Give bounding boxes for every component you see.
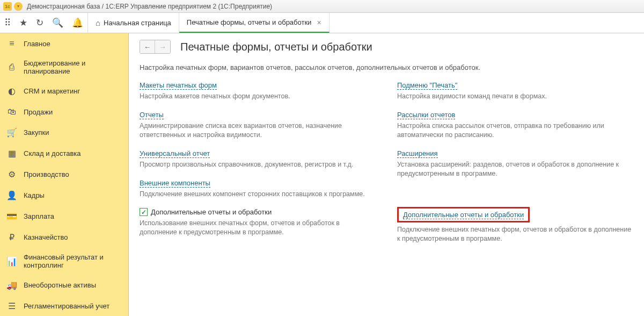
sidebar-item-crm[interactable]: ◐CRM и маркетинг bbox=[0, 81, 128, 102]
star-icon[interactable]: ★ bbox=[19, 17, 27, 28]
desc-mailing: Настройка списка рассылок отчетов, отпра… bbox=[397, 121, 633, 140]
link-extensions[interactable]: Расширения bbox=[397, 149, 438, 158]
app-dropdown-icon[interactable]: ▾ bbox=[14, 2, 23, 11]
sidebar-item-treasury[interactable]: ₽Казначейство bbox=[0, 227, 128, 248]
titlebar: 1c ▾ Демонстрационная база / 1С:ERP Упра… bbox=[0, 0, 644, 13]
sidebar-item-assets[interactable]: 🚚Внеоборотные активы bbox=[0, 275, 128, 296]
back-button[interactable]: ← bbox=[140, 40, 155, 53]
bell-icon[interactable]: 🔔 bbox=[72, 17, 83, 28]
sidebar-item-label: Закупки bbox=[24, 128, 49, 137]
forward-button[interactable]: → bbox=[155, 40, 170, 53]
desc-additional-reports: Подключение внешних печатных форм, отчет… bbox=[397, 225, 633, 243]
sidebar-item-budget[interactable]: ⎙Бюджетирование и планирование bbox=[0, 54, 128, 81]
home-icon: ⌂ bbox=[96, 18, 100, 27]
nav-arrows: ← → bbox=[140, 40, 171, 54]
desc-print-menu: Настройка видимости команд печати в форм… bbox=[397, 92, 633, 101]
sidebar-item-label: Зарплата bbox=[24, 212, 54, 220]
link-external-comp[interactable]: Внешние компоненты bbox=[140, 179, 210, 188]
link-print-menu[interactable]: Подменю "Печать" bbox=[397, 81, 457, 90]
block-mailing: Рассылки отчетов Настройка списка рассыл… bbox=[397, 111, 633, 140]
sidebar-item-label: Главное bbox=[24, 40, 50, 48]
gear-icon: ⚙ bbox=[6, 169, 17, 179]
link-mailing[interactable]: Рассылки отчетов bbox=[397, 111, 455, 119]
card-icon: 💳 bbox=[6, 211, 17, 221]
sidebar-item-label: Финансовый результат и контроллинг bbox=[24, 253, 122, 269]
sidebar-item-accounting[interactable]: ☰Регламентированный учет bbox=[0, 296, 128, 316]
block-extensions: Расширения Установка расширений: раздело… bbox=[397, 149, 633, 178]
search-icon[interactable]: 🔍 bbox=[52, 17, 63, 28]
lines-icon: ☰ bbox=[6, 301, 17, 311]
sidebar-item-label: Производство bbox=[24, 170, 69, 178]
checkbox-checked-icon[interactable]: ✓ bbox=[140, 208, 148, 216]
desc-external-comp: Подключение внешних компонент сторонних … bbox=[140, 190, 376, 199]
cart-icon: 🛒 bbox=[6, 127, 17, 138]
block-checkbox: ✓ Дополнительные отчеты и обработки Испо… bbox=[140, 208, 376, 237]
block-external-comp: Внешние компоненты Подключение внешних к… bbox=[140, 179, 376, 199]
sidebar-item-label: CRM и маркетинг bbox=[24, 87, 80, 95]
close-icon[interactable]: × bbox=[317, 18, 321, 27]
budget-icon: ⎙ bbox=[6, 62, 17, 72]
block-universal: Универсальный отчет Просмотр произвольны… bbox=[140, 149, 376, 169]
chart-icon: 📊 bbox=[6, 256, 17, 267]
sidebar: ≡Главное ⎙Бюджетирование и планирование … bbox=[0, 33, 129, 316]
toolbar-icons: ⠿ ★ ↻ 🔍 🔔 bbox=[0, 13, 88, 33]
sidebar-item-label: Внеоборотные активы bbox=[24, 281, 96, 289]
list-icon: ≡ bbox=[6, 39, 17, 48]
pie-icon: ◐ bbox=[6, 86, 17, 96]
checkbox-label: Дополнительные отчеты и обработки bbox=[151, 208, 272, 216]
link-additional-reports[interactable]: Дополнительные отчеты и обработки bbox=[403, 211, 524, 219]
history-icon[interactable]: ↻ bbox=[36, 17, 43, 28]
highlight-box: Дополнительные отчеты и обработки bbox=[397, 207, 530, 222]
ruble-icon: ₽ bbox=[6, 232, 17, 242]
content-header: ← → Печатные формы, отчеты и обработки bbox=[140, 33, 633, 58]
sidebar-item-production[interactable]: ⚙Производство bbox=[0, 164, 128, 185]
desc-universal: Просмотр произвольных справочников, доку… bbox=[140, 160, 376, 169]
block-reports: Отчеты Администрирование списка всех вар… bbox=[140, 111, 376, 140]
sidebar-item-label: Регламентированный учет bbox=[24, 302, 109, 310]
block-templates: Макеты печатных форм Настройка макетов п… bbox=[140, 81, 376, 101]
tab-home[interactable]: ⌂ Начальная страница bbox=[88, 13, 179, 33]
toolbar: ⠿ ★ ↻ 🔍 🔔 ⌂ Начальная страница Печатные … bbox=[0, 13, 644, 33]
desc-checkbox: Использование внешних печатных форм, отч… bbox=[140, 219, 376, 237]
titlebar-text: Демонстрационная база / 1С:ERP Управлени… bbox=[27, 3, 272, 10]
sidebar-item-label: Казначейство bbox=[24, 233, 68, 241]
link-reports[interactable]: Отчеты bbox=[140, 111, 164, 119]
sidebar-item-finance[interactable]: 📊Финансовый результат и контроллинг bbox=[0, 248, 128, 275]
desc-templates: Настройка макетов печатных форм документ… bbox=[140, 92, 376, 101]
page-subtitle: Настройка печатных форм, вариантов отчет… bbox=[140, 63, 633, 71]
bag-icon: 🛍 bbox=[6, 107, 17, 117]
right-column: Подменю "Печать" Настройка видимости ком… bbox=[397, 81, 633, 253]
sidebar-item-main[interactable]: ≡Главное bbox=[0, 33, 128, 54]
tab-home-label: Начальная страница bbox=[104, 19, 171, 27]
tab-print-forms[interactable]: Печатные формы, отчеты и обработки × bbox=[179, 13, 330, 33]
tabs: ⌂ Начальная страница Печатные формы, отч… bbox=[88, 13, 330, 33]
person-icon: 👤 bbox=[6, 190, 17, 200]
link-universal[interactable]: Универсальный отчет bbox=[140, 149, 210, 158]
sidebar-item-salary[interactable]: 💳Зарплата bbox=[0, 206, 128, 227]
tab-active-label: Печатные формы, отчеты и обработки bbox=[187, 18, 312, 26]
sidebar-item-hr[interactable]: 👤Кадры bbox=[0, 185, 128, 206]
truck-icon: 🚚 bbox=[6, 280, 17, 290]
columns: Макеты печатных форм Настройка макетов п… bbox=[140, 81, 633, 253]
block-highlight: Дополнительные отчеты и обработки Подклю… bbox=[397, 207, 633, 243]
content: ← → Печатные формы, отчеты и обработки Н… bbox=[129, 33, 644, 316]
sidebar-item-label: Склад и доставка bbox=[24, 149, 81, 157]
sidebar-item-sales[interactable]: 🛍Продажи bbox=[0, 102, 128, 122]
menu-grid-icon[interactable]: ⠿ bbox=[4, 17, 11, 28]
grid-icon: ▦ bbox=[6, 148, 17, 159]
block-print-menu: Подменю "Печать" Настройка видимости ком… bbox=[397, 81, 633, 101]
desc-reports: Администрирование списка всех вариантов … bbox=[140, 121, 376, 140]
sidebar-item-label: Бюджетирование и планирование bbox=[24, 59, 122, 75]
link-templates[interactable]: Макеты печатных форм bbox=[140, 81, 217, 90]
page-title: Печатные формы, отчеты и обработки bbox=[180, 41, 372, 53]
desc-extensions: Установка расширений: разделов, отчетов … bbox=[397, 160, 633, 178]
checkbox-row[interactable]: ✓ Дополнительные отчеты и обработки bbox=[140, 208, 376, 216]
left-column: Макеты печатных форм Настройка макетов п… bbox=[140, 81, 376, 253]
sidebar-item-label: Продажи bbox=[24, 108, 53, 116]
sidebar-item-warehouse[interactable]: ▦Склад и доставка bbox=[0, 143, 128, 164]
sidebar-item-label: Кадры bbox=[24, 191, 45, 199]
sidebar-item-purchase[interactable]: 🛒Закупки bbox=[0, 122, 128, 143]
app-logo-icon: 1c bbox=[3, 2, 12, 11]
